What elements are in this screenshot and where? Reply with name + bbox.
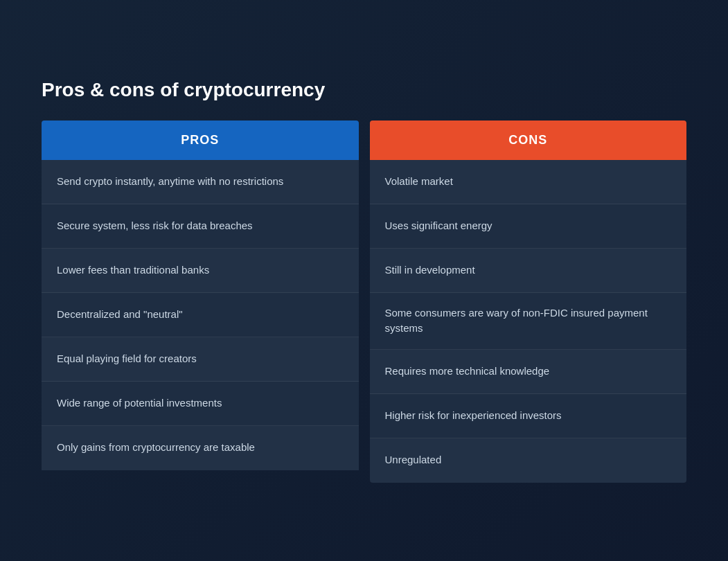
list-item: Only gains from cryptocurrency are taxab… xyxy=(42,426,359,470)
list-item: Unregulated xyxy=(370,438,687,483)
cons-list: Volatile market Uses significant energy … xyxy=(370,160,687,483)
list-item: Equal playing field for creators xyxy=(42,337,359,382)
list-item: Still in development xyxy=(370,249,687,293)
list-item: Send crypto instantly, anytime with no r… xyxy=(42,160,359,204)
list-item: Some consumers are wary of non-FDIC insu… xyxy=(370,293,687,350)
pros-list: Send crypto instantly, anytime with no r… xyxy=(42,160,359,470)
cons-column: CONS Volatile market Uses significant en… xyxy=(370,121,687,483)
pros-header: PROS xyxy=(42,121,359,160)
pros-column: PROS Send crypto instantly, anytime with… xyxy=(42,121,359,483)
table-container: PROS Send crypto instantly, anytime with… xyxy=(42,121,686,483)
list-item: Requires more technical knowledge xyxy=(370,350,687,394)
cons-header: CONS xyxy=(370,121,687,160)
page-title: Pros & cons of cryptocurrency xyxy=(42,79,686,101)
list-item: Higher risk for inexperienced investors xyxy=(370,394,687,438)
page-wrapper: Pros & cons of cryptocurrency PROS Send … xyxy=(42,79,686,483)
list-item: Decentralized and "neutral" xyxy=(42,293,359,337)
list-item: Lower fees than traditional banks xyxy=(42,249,359,293)
list-item: Volatile market xyxy=(370,160,687,204)
list-item: Wide range of potential investments xyxy=(42,382,359,426)
list-item: Secure system, less risk for data breach… xyxy=(42,204,359,249)
list-item: Uses significant energy xyxy=(370,204,687,249)
